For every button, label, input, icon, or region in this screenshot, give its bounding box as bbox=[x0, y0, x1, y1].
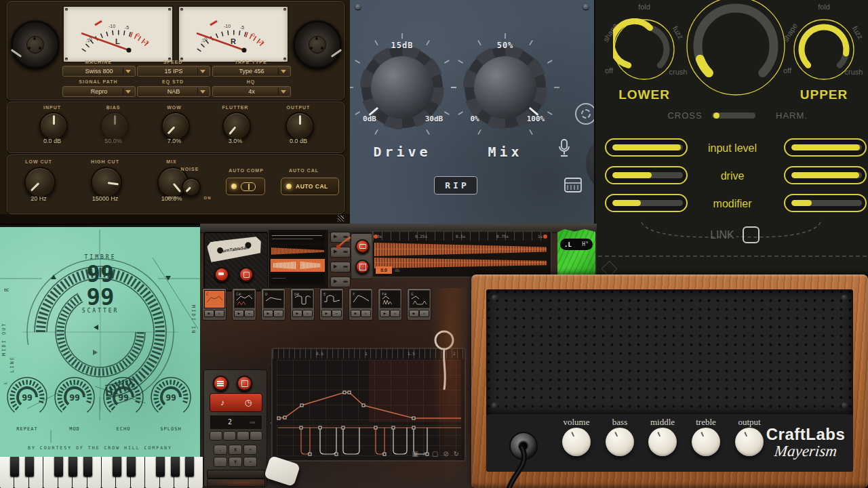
pad-F[interactable]: F ▶ » bbox=[349, 288, 373, 321]
pad-D[interactable]: D ▶ » bbox=[261, 288, 285, 321]
pad-alt-button[interactable]: » bbox=[244, 310, 254, 317]
speed-select[interactable]: 15 IPS bbox=[137, 66, 210, 77]
lower-knob[interactable] bbox=[613, 18, 675, 81]
pad-play-button[interactable]: ▶ bbox=[263, 310, 273, 317]
high-cut-knob[interactable] bbox=[91, 167, 122, 198]
rip-button[interactable]: RIP bbox=[434, 176, 477, 195]
piano-key-black[interactable] bbox=[171, 457, 180, 476]
sample-row[interactable] bbox=[271, 245, 325, 258]
machine-select[interactable]: Swiss 800 bbox=[62, 66, 136, 77]
delete-icon[interactable]: × bbox=[423, 450, 427, 458]
speaker-icon[interactable] bbox=[575, 103, 594, 125]
mod-knob[interactable]: 99 bbox=[52, 375, 97, 420]
auto-cal-button[interactable]: AUTO CAL bbox=[281, 178, 339, 195]
x-plus-button[interactable]: + bbox=[243, 445, 257, 455]
pad-E[interactable]: E ▶ » bbox=[319, 288, 344, 321]
x-minus-button[interactable]: - bbox=[214, 445, 227, 455]
tape-type-select[interactable]: Type 456 bbox=[212, 66, 291, 77]
sync-mode-button[interactable]: ♪ ◷ bbox=[210, 393, 262, 412]
wow-knob[interactable] bbox=[161, 112, 190, 140]
auto-comp-button[interactable] bbox=[226, 178, 265, 195]
sample-row-selected[interactable] bbox=[271, 259, 325, 272]
cross-harm-knob[interactable] bbox=[685, 0, 787, 97]
splosh-knob[interactable]: 99 bbox=[149, 375, 193, 420]
step-button[interactable] bbox=[223, 431, 236, 441]
input-level-slider-right[interactable] bbox=[784, 138, 867, 157]
pad-play-button[interactable]: ▶ bbox=[380, 310, 390, 317]
piano-key-black[interactable] bbox=[25, 457, 34, 476]
piano-key-black[interactable] bbox=[54, 457, 63, 476]
load-button[interactable] bbox=[355, 239, 370, 253]
cross-harm-slider[interactable] bbox=[712, 113, 755, 119]
piano-key-black[interactable] bbox=[68, 457, 77, 476]
save-button[interactable] bbox=[355, 260, 370, 274]
noise-knob[interactable] bbox=[182, 178, 201, 197]
modifier-slider-right[interactable] bbox=[784, 194, 867, 212]
drive-slider-left[interactable] bbox=[605, 166, 688, 184]
bias-knob[interactable] bbox=[100, 112, 129, 140]
output-knob[interactable] bbox=[285, 112, 314, 140]
amp-cab-icon[interactable] bbox=[564, 178, 582, 192]
edge-knob[interactable] bbox=[586, 133, 594, 194]
low-cut-knob[interactable] bbox=[24, 167, 56, 198]
upper-knob[interactable] bbox=[793, 18, 855, 81]
waveform-display[interactable]: 0s 0.25s 0.5s 0.75s 1s 0.0 db bbox=[372, 230, 552, 278]
drive-slider-right[interactable] bbox=[784, 166, 867, 184]
save-button[interactable] bbox=[239, 267, 254, 282]
x-button[interactable]: X bbox=[229, 445, 242, 455]
volume-knob[interactable] bbox=[562, 428, 591, 456]
y-plus-button[interactable]: + bbox=[243, 457, 257, 467]
pad-Csharp[interactable]: C# ▶ » bbox=[232, 288, 256, 321]
loop-end-handle[interactable] bbox=[543, 235, 547, 239]
output-knob[interactable] bbox=[735, 428, 764, 456]
pad-alt-button[interactable]: » bbox=[390, 310, 400, 317]
pad-alt-button[interactable]: » bbox=[214, 310, 224, 317]
pad-play-button[interactable]: ▶ bbox=[292, 310, 302, 317]
play-button[interactable]: ▶ bbox=[330, 277, 351, 287]
pad-alt-button[interactable]: » bbox=[273, 310, 283, 317]
pad-play-button[interactable]: ▶ bbox=[234, 310, 244, 317]
piano-key-black[interactable] bbox=[127, 457, 136, 476]
echo-knob[interactable]: 99 bbox=[101, 375, 146, 420]
eq-std-select[interactable]: NAB bbox=[137, 86, 210, 97]
modifier-slider-left[interactable] bbox=[605, 194, 688, 212]
slider-thumb[interactable] bbox=[713, 113, 719, 119]
middle-knob[interactable] bbox=[648, 428, 677, 456]
piano-key-black[interactable] bbox=[185, 457, 194, 476]
piano-key-black[interactable] bbox=[83, 457, 92, 476]
copy-icon[interactable]: ▣ bbox=[412, 450, 418, 458]
play-button[interactable]: ▶ bbox=[330, 262, 351, 272]
sample-row[interactable] bbox=[271, 273, 325, 285]
pad-alt-button[interactable]: » bbox=[419, 310, 429, 317]
step-button[interactable] bbox=[250, 431, 262, 441]
pad-alt-button[interactable]: » bbox=[332, 310, 342, 317]
pad-C[interactable]: C ▶ » bbox=[202, 288, 226, 321]
disk-button[interactable] bbox=[237, 375, 252, 391]
flutter-knob[interactable] bbox=[222, 112, 251, 140]
pad-G[interactable]: G ▶ » bbox=[407, 288, 431, 321]
piano-key-black[interactable] bbox=[10, 457, 19, 476]
pad-play-button[interactable]: ▶ bbox=[351, 310, 361, 317]
gain-badge[interactable]: 0.0 bbox=[376, 266, 392, 274]
signal-path-select[interactable]: Repro bbox=[62, 86, 136, 97]
menu-button[interactable] bbox=[213, 375, 229, 391]
pad-Fsharp[interactable]: F# ▶ » bbox=[378, 288, 402, 321]
microphone-icon[interactable] bbox=[557, 138, 571, 159]
pad-Dsharp[interactable]: D# ▶ » bbox=[290, 288, 315, 321]
pad-play-button[interactable]: ▶ bbox=[321, 310, 332, 317]
record-button[interactable] bbox=[214, 267, 229, 282]
sample-row[interactable] bbox=[271, 232, 325, 243]
piano-key-black[interactable] bbox=[156, 457, 165, 476]
link-checkbox[interactable] bbox=[743, 226, 760, 243]
repeat-knob[interactable]: 99 bbox=[5, 375, 50, 420]
input-knob[interactable] bbox=[39, 112, 68, 140]
time-display[interactable]: 2 ms bbox=[210, 415, 262, 430]
grunge-button[interactable] bbox=[207, 470, 265, 479]
pad-play-button[interactable]: ▶ bbox=[409, 310, 419, 317]
piano-keyboard[interactable] bbox=[0, 457, 203, 488]
y-button[interactable]: Y bbox=[229, 457, 242, 467]
bass-knob[interactable] bbox=[606, 428, 634, 456]
treble-knob[interactable] bbox=[692, 428, 720, 456]
resize-handle-icon[interactable] bbox=[338, 216, 344, 222]
grunge-button[interactable] bbox=[207, 479, 265, 487]
